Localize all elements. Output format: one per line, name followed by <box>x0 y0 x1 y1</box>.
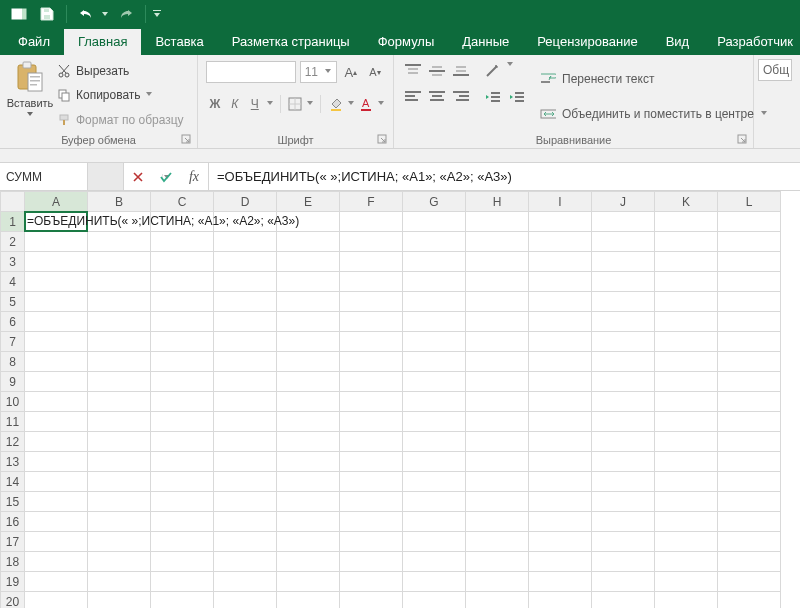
cell[interactable] <box>529 512 592 532</box>
cell[interactable] <box>25 212 88 232</box>
cell[interactable] <box>25 392 88 412</box>
font-name-combo[interactable] <box>206 61 296 83</box>
cell[interactable] <box>88 412 151 432</box>
cell[interactable] <box>88 432 151 452</box>
cell[interactable] <box>718 432 781 452</box>
cell[interactable] <box>340 312 403 332</box>
cell[interactable] <box>466 432 529 452</box>
cell[interactable] <box>529 472 592 492</box>
cell[interactable] <box>718 452 781 472</box>
cell[interactable] <box>718 592 781 609</box>
cell[interactable] <box>718 232 781 252</box>
cell[interactable] <box>466 552 529 572</box>
cell[interactable] <box>340 532 403 552</box>
cell[interactable] <box>277 592 340 609</box>
cell[interactable] <box>592 532 655 552</box>
cell[interactable] <box>214 352 277 372</box>
cell[interactable] <box>529 552 592 572</box>
cell[interactable] <box>340 372 403 392</box>
redo-icon[interactable] <box>113 3 139 25</box>
cell[interactable] <box>214 432 277 452</box>
cell[interactable] <box>214 592 277 609</box>
cell[interactable] <box>655 272 718 292</box>
row-header[interactable]: 11 <box>1 412 25 432</box>
enter-formula-button[interactable] <box>152 171 180 183</box>
cell[interactable] <box>655 252 718 272</box>
format-painter-button[interactable]: Формат по образцу <box>56 109 184 131</box>
fill-dropdown-icon[interactable] <box>347 100 355 108</box>
cell[interactable] <box>214 492 277 512</box>
cell[interactable] <box>655 552 718 572</box>
cell[interactable] <box>88 272 151 292</box>
cell[interactable] <box>214 312 277 332</box>
cell[interactable] <box>25 232 88 252</box>
row-header[interactable]: 4 <box>1 272 25 292</box>
cell[interactable] <box>340 352 403 372</box>
bold-button[interactable]: Ж <box>206 93 224 115</box>
cell[interactable] <box>277 392 340 412</box>
cell[interactable] <box>151 272 214 292</box>
cell[interactable] <box>151 232 214 252</box>
cell[interactable] <box>403 292 466 312</box>
cell[interactable] <box>214 532 277 552</box>
cell[interactable] <box>340 432 403 452</box>
align-top-button[interactable] <box>402 61 424 81</box>
cell[interactable] <box>655 232 718 252</box>
cell[interactable] <box>403 512 466 532</box>
cell[interactable] <box>88 492 151 512</box>
cell[interactable] <box>718 412 781 432</box>
copy-dropdown-icon[interactable] <box>145 91 153 99</box>
col-header[interactable]: I <box>529 192 592 212</box>
cell[interactable] <box>592 232 655 252</box>
cell[interactable] <box>277 412 340 432</box>
cell[interactable] <box>403 572 466 592</box>
cell[interactable] <box>151 292 214 312</box>
cell[interactable] <box>403 552 466 572</box>
cell[interactable] <box>529 212 592 232</box>
tab-page-layout[interactable]: Разметка страницы <box>218 29 364 55</box>
cell[interactable] <box>592 292 655 312</box>
cell[interactable] <box>403 332 466 352</box>
cell[interactable] <box>214 572 277 592</box>
cell[interactable] <box>592 572 655 592</box>
cell[interactable] <box>25 572 88 592</box>
cell[interactable] <box>88 212 151 232</box>
tab-file[interactable]: Файл <box>4 29 64 55</box>
cell[interactable] <box>277 312 340 332</box>
cell[interactable] <box>151 572 214 592</box>
cell[interactable] <box>151 372 214 392</box>
cell[interactable] <box>277 432 340 452</box>
cell[interactable] <box>214 452 277 472</box>
dialog-launcher-icon[interactable] <box>179 132 193 146</box>
cell[interactable] <box>214 252 277 272</box>
cell[interactable] <box>88 572 151 592</box>
row-header[interactable]: 7 <box>1 332 25 352</box>
cell[interactable] <box>25 352 88 372</box>
cell[interactable] <box>340 552 403 572</box>
cell[interactable] <box>403 252 466 272</box>
cell[interactable] <box>529 232 592 252</box>
cell[interactable] <box>718 512 781 532</box>
cell[interactable] <box>25 432 88 452</box>
cell[interactable] <box>466 252 529 272</box>
worksheet-grid[interactable]: ABCDEFGHIJKL 123456789101112131415161718… <box>0 191 800 608</box>
cell[interactable] <box>655 432 718 452</box>
cell[interactable] <box>592 372 655 392</box>
cell[interactable] <box>718 572 781 592</box>
col-header[interactable]: G <box>403 192 466 212</box>
row-header[interactable]: 18 <box>1 552 25 572</box>
cell[interactable] <box>466 392 529 412</box>
cell[interactable] <box>277 572 340 592</box>
cell[interactable] <box>466 332 529 352</box>
cell[interactable] <box>151 432 214 452</box>
cell[interactable] <box>277 292 340 312</box>
select-all-corner[interactable] <box>1 192 25 212</box>
cell[interactable] <box>214 232 277 252</box>
cell[interactable] <box>25 492 88 512</box>
cell[interactable] <box>277 352 340 372</box>
cell[interactable] <box>592 392 655 412</box>
cell[interactable] <box>718 272 781 292</box>
cell[interactable] <box>340 392 403 412</box>
underline-button[interactable]: Ч <box>246 93 264 115</box>
row-header[interactable]: 12 <box>1 432 25 452</box>
